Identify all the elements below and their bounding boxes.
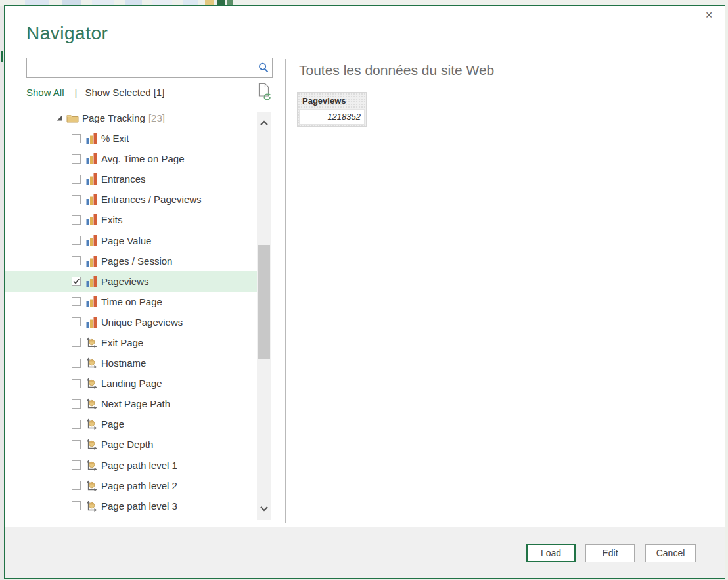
dimension-icon [86, 357, 97, 368]
checkbox[interactable] [72, 399, 81, 409]
tree-item-exit-page[interactable]: Exit Page [5, 332, 257, 353]
checkbox[interactable] [72, 379, 81, 388]
tree-item-label: Landing Page [101, 378, 162, 389]
tree-item-label: Hostname [101, 357, 146, 368]
checkbox[interactable] [72, 134, 81, 143]
checkbox[interactable] [72, 256, 81, 265]
checkbox[interactable] [72, 175, 81, 184]
filter-row: Show All | Show Selected [1] [26, 85, 164, 99]
tree-item-label: Avg. Time on Page [101, 153, 184, 164]
tree-item-time-on-page[interactable]: Time on Page [5, 292, 257, 312]
folder-label: Page Tracking [82, 112, 145, 123]
tree-item-label: Entrances [101, 173, 146, 185]
tree-items: % Exit Avg. Time on Page Entrances Entra… [5, 128, 257, 516]
bar-chart-icon [86, 276, 97, 287]
preview-table: Pageviews 1218352 [297, 92, 367, 127]
tree-item-label: Page [101, 418, 124, 430]
tree-item-exits[interactable]: Exits [5, 210, 257, 230]
tree-item-exit[interactable]: % Exit [5, 128, 257, 148]
folder-count: [23] [148, 112, 165, 123]
tree-item-pages-session[interactable]: Pages / Session [5, 251, 257, 271]
checkbox[interactable] [72, 460, 81, 470]
tree-item-label: Next Page Path [101, 398, 170, 409]
tree-item-entrances-pageviews[interactable]: Entrances / Pageviews [5, 189, 257, 210]
close-icon[interactable]: ✕ [705, 11, 713, 20]
tree-item-landing-page[interactable]: Landing Page [5, 373, 257, 393]
checkbox[interactable] [72, 236, 81, 245]
tree-item-unique-pageviews[interactable]: Unique Pageviews [5, 312, 257, 332]
dimension-icon [86, 501, 97, 512]
tree-item-page-path-level-1[interactable]: Page path level 1 [5, 455, 257, 476]
search-input[interactable] [27, 59, 255, 76]
scrollbar-thumb[interactable] [258, 245, 270, 359]
tree-item-page-path-level-2[interactable]: Page path level 2 [5, 476, 257, 496]
bar-chart-icon [86, 317, 97, 328]
show-all-link[interactable]: Show All [26, 87, 64, 98]
filter-separator: | [75, 87, 78, 98]
folder-icon [66, 113, 79, 123]
tree-item-label: Exit Page [101, 337, 143, 348]
tree-item-label: Pages / Session [101, 256, 172, 267]
checkbox[interactable] [72, 481, 81, 490]
expander-icon[interactable] [56, 114, 63, 122]
tree-item-page-value[interactable]: Page Value [5, 230, 257, 250]
scroll-down-icon[interactable] [257, 499, 271, 519]
checkbox[interactable] [72, 440, 81, 449]
checkbox-checked[interactable] [72, 277, 81, 286]
checkbox[interactable] [72, 338, 81, 347]
tree-item-label: Unique Pageviews [101, 317, 183, 328]
tree-item-label: Page Value [101, 235, 151, 246]
tree-item-page-depth[interactable]: Page Depth [5, 434, 257, 455]
tree-item-hostname[interactable]: Hostname [5, 353, 257, 373]
checkbox[interactable] [72, 420, 81, 429]
tree-item-page[interactable]: Page [5, 414, 257, 434]
checkbox[interactable] [72, 501, 81, 510]
refresh-preview-icon[interactable] [257, 82, 273, 102]
show-selected-link[interactable]: Show Selected [1] [85, 87, 164, 98]
checkbox[interactable] [72, 154, 81, 164]
edit-button[interactable]: Edit [585, 544, 635, 562]
tree-item-label: Page path level 3 [101, 501, 177, 512]
dialog-footer: Load Edit Cancel [5, 527, 725, 578]
screen: ✕ Navigator Show All | Show Selected [1] [0, 0, 728, 580]
preview-title: Toutes les données du site Web [299, 62, 494, 78]
tree-item-entrances[interactable]: Entrances [5, 169, 257, 189]
tree-item-label: Time on Page [101, 296, 162, 307]
tree-item-next-page-path[interactable]: Next Page Path [5, 393, 257, 414]
checkbox[interactable] [72, 359, 81, 368]
tree-item-page-path-level-3[interactable]: Page path level 3 [5, 496, 257, 516]
scroll-up-icon[interactable] [257, 113, 271, 133]
search-icon[interactable] [255, 59, 272, 76]
checkbox[interactable] [72, 215, 81, 225]
dimension-icon [86, 439, 97, 450]
bar-chart-icon [86, 256, 97, 267]
tree-item-label: Pageviews [101, 276, 149, 287]
dimension-icon [86, 460, 97, 471]
bar-chart-icon [86, 194, 97, 205]
tree-item-avg-time-on-page[interactable]: Avg. Time on Page [5, 148, 257, 169]
bar-chart-icon [86, 153, 97, 164]
checkbox[interactable] [72, 317, 81, 326]
checkbox[interactable] [72, 195, 81, 204]
tree-item-label: % Exit [101, 133, 129, 144]
cancel-button[interactable]: Cancel [645, 544, 696, 562]
tree-item-pageviews[interactable]: Pageviews [5, 271, 257, 292]
background-mark [1, 51, 3, 62]
checkbox[interactable] [72, 297, 81, 306]
bar-chart-icon [86, 296, 97, 307]
bar-chart-icon [86, 133, 97, 144]
dimension-icon [86, 378, 97, 389]
preview-column-header: Pageviews [298, 93, 366, 109]
dialog-title: Navigator [26, 23, 108, 44]
tree-scrollbar[interactable] [257, 112, 271, 520]
load-button[interactable]: Load [526, 544, 576, 562]
tree-item-label: Entrances / Pageviews [101, 194, 202, 205]
tree-item-label: Page path level 1 [101, 460, 177, 471]
search-box [26, 58, 273, 78]
pane-separator [285, 59, 286, 523]
tree-item-label: Page Depth [101, 439, 153, 450]
tree-item-label: Page path level 2 [101, 480, 177, 491]
tree-folder-page-tracking[interactable]: Page Tracking [23] [5, 108, 257, 128]
dimension-icon [86, 480, 97, 491]
navigator-dialog: ✕ Navigator Show All | Show Selected [1] [4, 5, 725, 579]
